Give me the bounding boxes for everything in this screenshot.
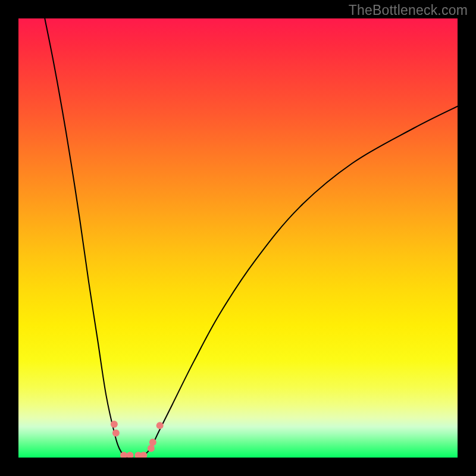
scatter-dot — [148, 445, 155, 452]
curve-right-branch — [142, 107, 458, 458]
watermark-text: TheBottleneck.com — [349, 2, 468, 18]
scatter-dot — [112, 430, 120, 437]
plot-area — [18, 18, 458, 458]
curve-layer — [18, 18, 458, 458]
scatter-dot — [140, 452, 147, 458]
chart-frame: TheBottleneck.com — [0, 0, 476, 476]
scatter-dot — [111, 421, 118, 428]
curve-left-branch — [45, 18, 133, 458]
scatter-dot — [156, 422, 164, 429]
scatter-dot — [126, 452, 133, 458]
scatter-dot — [149, 439, 156, 446]
